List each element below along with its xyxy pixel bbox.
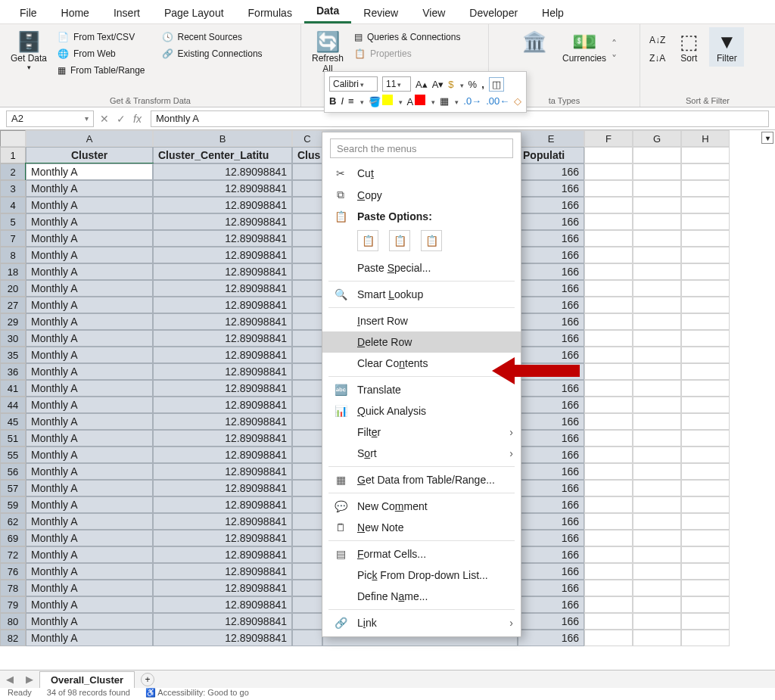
- row-header[interactable]: 62: [0, 513, 26, 530]
- col-header-h[interactable]: H: [681, 130, 730, 147]
- cell[interactable]: 12.89098841: [153, 280, 292, 297]
- cell[interactable]: [292, 580, 322, 596]
- from-web-button[interactable]: 🌐 From Web: [54, 47, 148, 61]
- fill-color-icon[interactable]: 🪣: [369, 95, 393, 107]
- row-header[interactable]: 72: [0, 546, 26, 563]
- row-header[interactable]: 79: [0, 596, 26, 613]
- tab-formulas[interactable]: Formulas: [236, 2, 304, 23]
- cell[interactable]: 12.89098841: [153, 297, 292, 313]
- tab-view[interactable]: View: [410, 2, 457, 23]
- cell[interactable]: Monthly A: [26, 463, 153, 480]
- cell[interactable]: 166: [518, 263, 584, 280]
- menu-translate[interactable]: 🔤 Translate: [322, 379, 521, 400]
- cell[interactable]: Monthly A: [26, 530, 153, 546]
- cell[interactable]: [292, 263, 322, 280]
- cell[interactable]: Monthly A: [26, 313, 153, 330]
- cell[interactable]: 12.89098841: [153, 230, 292, 247]
- cell[interactable]: 166: [518, 530, 584, 546]
- cell[interactable]: 166: [518, 496, 584, 513]
- recent-sources-button[interactable]: 🕓 Recent Sources: [159, 30, 266, 44]
- cell[interactable]: 166: [518, 247, 584, 263]
- cell[interactable]: 166: [518, 313, 584, 330]
- decrease-font-icon[interactable]: A▾: [432, 79, 444, 90]
- format-painter-icon[interactable]: ◫: [489, 77, 504, 92]
- decrease-decimal-icon[interactable]: .00←: [486, 95, 509, 107]
- cell[interactable]: [292, 330, 322, 347]
- menu-clear-contents[interactable]: Clear Contents: [322, 353, 521, 374]
- cell[interactable]: Monthly A: [26, 480, 153, 496]
- col-header-f[interactable]: F: [584, 130, 633, 147]
- cell[interactable]: 166: [518, 213, 584, 230]
- cell[interactable]: 166: [518, 563, 584, 580]
- name-box[interactable]: A2 ▾: [6, 110, 94, 127]
- cell[interactable]: [292, 496, 322, 513]
- menu-paste-special[interactable]: Paste Special...: [322, 257, 521, 278]
- row-header[interactable]: 36: [0, 363, 26, 380]
- cell[interactable]: 12.89098841: [153, 263, 292, 280]
- col-header-b[interactable]: B: [153, 130, 292, 147]
- cell[interactable]: [292, 563, 322, 580]
- menu-quick-analysis[interactable]: 📊 Quick Analysis: [322, 400, 521, 422]
- column-filter-population[interactable]: Populati ▾: [518, 147, 584, 163]
- tab-page-layout[interactable]: Page Layout: [152, 2, 236, 23]
- cell[interactable]: Monthly A: [26, 180, 153, 197]
- cell[interactable]: [292, 180, 322, 197]
- cell[interactable]: Monthly A: [26, 380, 153, 397]
- cell[interactable]: Monthly A: [26, 513, 153, 530]
- cell[interactable]: Monthly A: [26, 630, 153, 646]
- cell[interactable]: [292, 480, 322, 496]
- tab-review[interactable]: Review: [351, 2, 410, 23]
- col-header-a[interactable]: A: [26, 130, 153, 147]
- column-filter-c[interactable]: Clus: [292, 147, 322, 163]
- cell[interactable]: 12.89098841: [153, 530, 292, 546]
- paste-values-button[interactable]: 📋: [389, 230, 410, 251]
- cell[interactable]: 166: [518, 596, 584, 613]
- cell[interactable]: Monthly A: [26, 263, 153, 280]
- column-filter-latitude[interactable]: Cluster_Center_Latitu ▾: [153, 147, 292, 163]
- cell[interactable]: 12.89098841: [153, 446, 292, 463]
- cell[interactable]: 12.89098841: [153, 630, 292, 646]
- row-header[interactable]: 59: [0, 496, 26, 513]
- sheet-tab[interactable]: Overall_Cluster: [39, 671, 135, 688]
- cell[interactable]: 166: [518, 480, 584, 496]
- comma-icon[interactable]: ,: [481, 79, 484, 90]
- col-header-c[interactable]: C: [292, 130, 322, 147]
- font-size-select[interactable]: 11: [382, 76, 411, 92]
- cell[interactable]: 12.89098841: [153, 613, 292, 630]
- cell[interactable]: Monthly A: [26, 546, 153, 563]
- existing-connections-button[interactable]: 🔗 Existing Connections: [159, 47, 266, 61]
- menu-filter[interactable]: Filter ›: [322, 422, 521, 443]
- row-header[interactable]: 76: [0, 563, 26, 580]
- cell[interactable]: 12.89098841: [153, 380, 292, 397]
- cell[interactable]: 166: [518, 463, 584, 480]
- menu-insert-row[interactable]: Insert Row: [322, 310, 521, 331]
- menu-sort[interactable]: Sort ›: [322, 443, 521, 464]
- menu-pick-from-list[interactable]: Pick From Drop-down List...: [322, 565, 521, 586]
- cell[interactable]: 12.89098841: [153, 347, 292, 363]
- cell[interactable]: Monthly A: [26, 613, 153, 630]
- row-header[interactable]: 69: [0, 530, 26, 546]
- menu-new-note[interactable]: 🗒 New Note: [322, 517, 521, 538]
- menu-define-name[interactable]: Define Name...: [322, 586, 521, 607]
- cell[interactable]: [292, 380, 322, 397]
- row-header[interactable]: 3: [0, 180, 26, 197]
- cell[interactable]: Monthly A: [26, 446, 153, 463]
- row-header[interactable]: 41: [0, 380, 26, 397]
- from-table-range-button[interactable]: ▦ From Table/Range: [54, 64, 148, 77]
- column-filter-cluster[interactable]: Cluster ▾: [26, 147, 153, 163]
- properties-button[interactable]: 📋 Properties: [351, 47, 463, 61]
- cell[interactable]: 166: [518, 430, 584, 446]
- row-header[interactable]: 2: [0, 163, 26, 180]
- align-icon[interactable]: ≡: [348, 95, 354, 107]
- sheet-nav-next[interactable]: ▶: [20, 674, 39, 685]
- cell[interactable]: 166: [518, 180, 584, 197]
- queries-connections-button[interactable]: ▤ Queries & Connections: [351, 30, 463, 44]
- menu-search-input[interactable]: Search the menus: [330, 138, 513, 158]
- row-header[interactable]: 82: [0, 630, 26, 646]
- cell[interactable]: 12.89098841: [153, 430, 292, 446]
- cell[interactable]: 166: [518, 280, 584, 297]
- cell[interactable]: [292, 213, 322, 230]
- cell[interactable]: [292, 247, 322, 263]
- row-header[interactable]: 55: [0, 446, 26, 463]
- row-header[interactable]: 4: [0, 197, 26, 213]
